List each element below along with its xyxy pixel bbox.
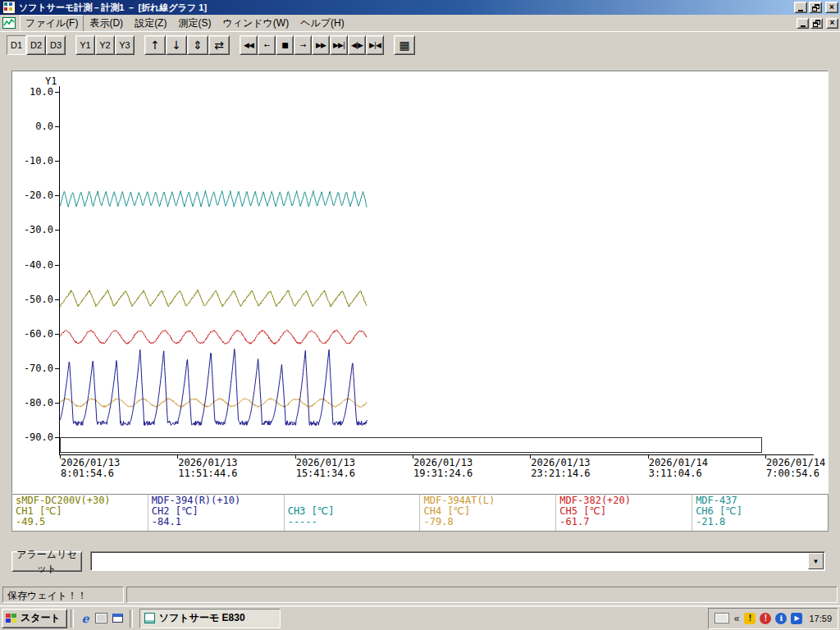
- x-tick-label: 2026/01/1311:51:44.6: [178, 458, 237, 479]
- legend-current-value: -21.8: [696, 517, 824, 527]
- scroll-down-button[interactable]: ↓: [166, 35, 187, 55]
- security-warning-icon[interactable]: !: [744, 613, 756, 624]
- step-back-button[interactable]: ←: [258, 35, 276, 55]
- legend-current-value: -79.8: [423, 517, 552, 527]
- menubar: ファイル(F)表示(D)設定(Z)測定(S)ウィンドウ(W)ヘルプ(H) ×: [0, 15, 840, 31]
- auto-scale-button[interactable]: ⇄: [208, 35, 230, 55]
- status-message: 保存ウェイト！！: [2, 587, 124, 603]
- child-close-button[interactable]: ×: [826, 18, 838, 29]
- x-tick-time: 15:41:34.6: [296, 468, 355, 479]
- y-axis-button-y3[interactable]: Y3: [115, 35, 135, 55]
- menu-window[interactable]: ウィンドウ(W): [217, 15, 294, 32]
- main-area: Y1 10.00.0-10.0-20.0-30.0-40.0-50.0-60.0…: [0, 57, 840, 584]
- shrink-time-axis-button[interactable]: ▶|◀: [366, 35, 384, 55]
- toolbar: D1D2D3 Y1Y2Y3 ↑↓⇕⇄ ◀◀←■→▶▶▶▶|◀|▶▶|◀ ▦: [0, 31, 840, 57]
- channel-legend: sMDF-DC200V(+30)CH1 [℃]-49.5MDF-394(R)(+…: [11, 494, 829, 532]
- alert-icon[interactable]: !: [760, 613, 771, 624]
- x-tick-time: 7:00:54.6: [766, 468, 825, 479]
- legend-cell-ch2: MDF-394(R)(+10)CH2 [℃]-84.1: [148, 495, 285, 531]
- dataset-button-d1[interactable]: D1: [7, 35, 26, 55]
- legend-current-value: -84.1: [152, 517, 281, 527]
- scroll-up-button[interactable]: ↑: [144, 35, 166, 55]
- status-extra-panel: [126, 587, 838, 603]
- start-button[interactable]: スタート: [2, 609, 67, 628]
- restore-icon: [812, 4, 819, 11]
- stop-button[interactable]: ■: [276, 35, 294, 55]
- close-icon: ×: [830, 19, 835, 27]
- ie-quicklaunch-icon[interactable]: e: [77, 610, 94, 627]
- child-window-icon[interactable]: [2, 17, 16, 29]
- legend-current-value: -61.7: [559, 517, 688, 527]
- y-tick-label: -90.0: [14, 431, 53, 443]
- x-axis-line: [59, 454, 814, 455]
- menu-settings[interactable]: 設定(Z): [129, 15, 172, 32]
- child-window-controls: ×: [797, 18, 838, 29]
- fit-vertical-button[interactable]: ⇕: [187, 35, 208, 55]
- y-axis-button-y1[interactable]: Y1: [75, 35, 95, 55]
- y-tick-label: -50.0: [14, 294, 53, 305]
- y-tick-label: 10.0: [14, 86, 53, 98]
- child-minimize-button[interactable]: [797, 18, 809, 29]
- trace-ch2: [60, 349, 367, 425]
- legend-cell-ch5: MDF-382(+20)CH5 [℃]-61.7: [556, 495, 692, 531]
- y-axis-button-y2[interactable]: Y2: [95, 35, 115, 55]
- window-restore-button[interactable]: [809, 2, 822, 13]
- update-icon[interactable]: ▶: [791, 613, 802, 624]
- taskbar: スタート e ソフトサーモ E830 « ! ! i ▶ 17:59: [0, 605, 840, 630]
- fast-forward-button[interactable]: ▶▶: [312, 35, 330, 55]
- task-label: ソフトサーモ E830: [159, 611, 245, 625]
- step-forward-button[interactable]: →: [294, 35, 312, 55]
- expand-time-axis-button[interactable]: ◀|▶: [348, 35, 366, 55]
- menu-file[interactable]: ファイル(F): [20, 15, 84, 32]
- menu-help[interactable]: ヘルプ(H): [294, 15, 350, 32]
- child-restore-button[interactable]: [810, 18, 823, 29]
- fast-rewind-button[interactable]: ◀◀: [240, 35, 258, 55]
- tray-clock[interactable]: 17:59: [809, 614, 832, 623]
- alarm-reset-button[interactable]: アラームリセット: [11, 551, 82, 572]
- show-desktop-icon[interactable]: [94, 610, 110, 627]
- y-tick-label: -20.0: [14, 189, 53, 201]
- dataset-button-d3[interactable]: D3: [46, 35, 66, 55]
- x-tick-time: 8:01:54.6: [61, 468, 120, 479]
- x-tick-label: 2026/01/143:11:04.6: [649, 458, 708, 479]
- app-icon[interactable]: [2, 1, 16, 14]
- nav-button-group: ◀◀←■→▶▶▶▶|◀|▶▶|◀: [240, 35, 384, 55]
- y-tick-label: -40.0: [14, 259, 53, 271]
- window-title: ソフトサーモ計測－計測1 － [折れ線グラフ 1]: [19, 2, 794, 14]
- message-combobox[interactable]: ▼: [90, 551, 825, 571]
- combobox-value[interactable]: [91, 552, 807, 570]
- legend-cell-ch1: sMDF-DC200V(+30)CH1 [℃]-49.5: [12, 495, 148, 531]
- chevron-down-icon: ▼: [813, 558, 819, 565]
- menu-items: ファイル(F)表示(D)設定(Z)測定(S)ウィンドウ(W)ヘルプ(H): [20, 15, 797, 32]
- x-tick-label: 2026/01/138:01:54.6: [61, 458, 120, 479]
- desktop-icon: [95, 613, 107, 623]
- system-tray: « ! ! i ▶ 17:59: [708, 608, 838, 629]
- trace-ch5: [60, 330, 367, 344]
- minimize-icon: [801, 25, 806, 27]
- line-graph-panel: Y1 10.00.0-10.0-20.0-30.0-40.0-50.0-60.0…: [11, 71, 829, 494]
- legend-current-value: -----: [288, 517, 417, 527]
- menu-view[interactable]: 表示(D): [84, 15, 129, 32]
- windows-logo-icon: [6, 614, 17, 623]
- statusbar: 保存ウェイト！！: [0, 584, 840, 605]
- dataset-button-d2[interactable]: D2: [26, 35, 46, 55]
- menu-measure[interactable]: 測定(S): [172, 15, 217, 32]
- x-tick-time: 19:31:24.6: [413, 468, 472, 479]
- taskbar-task-button[interactable]: ソフトサーモ E830: [139, 609, 281, 628]
- start-label: スタート: [21, 611, 61, 625]
- extra-button-group: ▦: [394, 35, 415, 55]
- graph-style-button[interactable]: ▦: [394, 35, 415, 55]
- internet-explorer-icon: e: [81, 612, 89, 625]
- y-tick-label: 0.0: [14, 121, 53, 132]
- tray-collapse-button[interactable]: «: [733, 613, 741, 624]
- keyboard-icon[interactable]: [714, 613, 729, 623]
- scale-button-group: ↑↓⇕⇄: [144, 35, 230, 55]
- combobox-dropdown-button[interactable]: ▼: [808, 553, 824, 569]
- go-to-latest-button[interactable]: ▶▶|: [330, 35, 348, 55]
- window-close-button[interactable]: ×: [825, 2, 838, 13]
- window-minimize-button[interactable]: [794, 2, 807, 13]
- info-icon[interactable]: i: [775, 613, 787, 624]
- x-tick-time: 3:11:04.6: [649, 468, 708, 479]
- x-tick-label: 2026/01/147:00:54.6: [766, 458, 825, 479]
- quicklaunch-window-icon[interactable]: [110, 610, 126, 627]
